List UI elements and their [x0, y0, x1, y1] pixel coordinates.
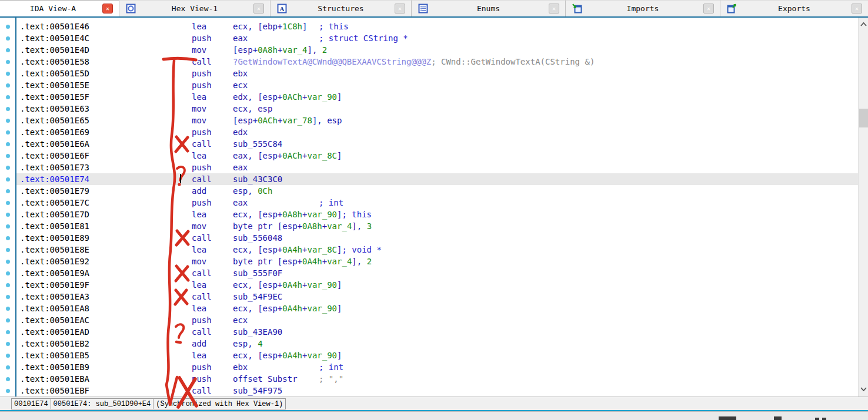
- gutter-dot: [6, 307, 10, 311]
- asm-line[interactable]: .text:00501E73pusheax: [16, 162, 858, 173]
- asm-line[interactable]: .text:00501EB2addesp, 4: [16, 338, 858, 350]
- gutter-dot: [6, 260, 10, 264]
- vertical-scrollbar[interactable]: [858, 18, 868, 397]
- status-sync-message: (Synchronized with Hex View-1): [153, 398, 286, 409]
- asm-line[interactable]: .text:00501EACpushecx: [16, 314, 858, 326]
- tab-ida-view-a[interactable]: IDA View-A ✕: [0, 0, 119, 16]
- asm-line[interactable]: .text:00501E74callsub_43C3C0: [16, 173, 858, 185]
- gutter-dot: [6, 177, 10, 182]
- structures-icon: A: [277, 4, 287, 14]
- asm-line[interactable]: .text:00501EA3callsub_54F9EC: [16, 291, 858, 303]
- asm-line[interactable]: .text:00501E9Acallsub_555F0F: [16, 267, 858, 279]
- gutter-dot: [6, 72, 10, 76]
- gutter-dot: [6, 154, 10, 158]
- status-offset: 00101E74: [11, 398, 51, 409]
- asm-line[interactable]: .text:00501EB9pushebx; int: [16, 361, 858, 373]
- taskbar-fragment: [774, 416, 782, 420]
- tab-structures[interactable]: A Structures ✕: [271, 0, 412, 16]
- asm-line[interactable]: .text:00501E5Epushecx: [16, 79, 858, 91]
- taskbar-fragment: [822, 418, 826, 420]
- close-icon[interactable]: ✕: [852, 4, 862, 14]
- close-icon[interactable]: ✕: [395, 4, 405, 14]
- tab-imports[interactable]: Imports ✕: [566, 0, 720, 16]
- gutter-dot: [6, 330, 10, 334]
- tab-label: Imports: [582, 4, 703, 13]
- tab-exports[interactable]: Exports ✕: [720, 0, 868, 16]
- scrollbar-thumb[interactable]: [859, 109, 868, 127]
- tab-enums[interactable]: Enums ✕: [412, 0, 566, 16]
- tab-label: Exports: [737, 4, 852, 13]
- asm-line[interactable]: .text:00501EB5leaecx, [esp+0A4h+var_90]: [16, 350, 858, 361]
- hex-view-icon: [126, 4, 136, 14]
- scroll-down-button[interactable]: [859, 384, 868, 394]
- exports-icon: [727, 4, 737, 14]
- asm-line[interactable]: .text:00501EBFcallsub_54F975: [16, 385, 858, 397]
- asm-line[interactable]: .text:00501E6Fleaeax, [esp+0ACh+var_8C]: [16, 150, 858, 162]
- close-icon[interactable]: ✕: [549, 4, 559, 14]
- gutter-dot: [6, 365, 10, 369]
- close-icon[interactable]: ✕: [253, 4, 264, 14]
- gutter-dot: [6, 295, 10, 299]
- gutter-dot: [6, 36, 10, 41]
- navigation-gutter: [0, 18, 16, 410]
- asm-line[interactable]: .text:00501E65mov[esp+0ACh+var_78], esp: [16, 115, 858, 126]
- tab-label: Structures: [287, 4, 395, 13]
- asm-line[interactable]: .text:00501E5Fleaedx, [esp+0ACh+var_90]: [16, 91, 858, 103]
- tab-label: Hex View-1: [136, 4, 253, 13]
- gutter-dot: [6, 107, 10, 111]
- tab-hex-view-1[interactable]: Hex View-1 ✕: [119, 0, 271, 16]
- asm-line[interactable]: .text:00501EADcallsub_43EA90: [16, 326, 858, 338]
- asm-line[interactable]: .text:00501E5Dpushebx: [16, 68, 858, 79]
- status-bar: 00101E74 00501E74: sub_501D90+E4 (Synchr…: [0, 397, 868, 410]
- asm-line[interactable]: .text:00501EA8leaecx, [esp+0A4h+var_90]: [16, 303, 858, 314]
- gutter-dot: [6, 95, 10, 99]
- gutter-dot: [6, 271, 10, 275]
- gutter-dot: [6, 166, 10, 170]
- gutter-dot: [6, 224, 10, 229]
- asm-line[interactable]: .text:00501E7Dleaecx, [esp+0A8h+var_90];…: [16, 209, 858, 220]
- gutter-dot: [6, 130, 10, 135]
- asm-line[interactable]: .text:00501E63movecx, esp: [16, 103, 858, 115]
- gutter-dot: [6, 119, 10, 123]
- tab-label: IDA View-A: [4, 4, 102, 13]
- gutter-dot: [6, 248, 10, 252]
- gutter-dot: [6, 236, 10, 240]
- gutter-dot: [6, 83, 10, 88]
- gutter-dot: [6, 142, 10, 146]
- gutter-dot: [6, 389, 10, 393]
- imports-icon: [572, 4, 582, 14]
- close-icon[interactable]: ✕: [102, 4, 113, 14]
- asm-line[interactable]: .text:00501E6Acallsub_555C84: [16, 138, 858, 150]
- asm-line[interactable]: .text:00501EBApushoffset Substr; ",": [16, 373, 858, 385]
- asm-line[interactable]: .text:00501E4Dmov[esp+0A8h+var_4], 2: [16, 44, 858, 56]
- scroll-up-button[interactable]: [859, 19, 868, 29]
- asm-line[interactable]: .text:00501E46leaecx, [ebp+1C8h]; this: [16, 21, 858, 32]
- tab-label: Enums: [428, 4, 549, 13]
- gutter-dot: [6, 201, 10, 205]
- gutter-dot: [6, 213, 10, 217]
- asm-line[interactable]: .text:00501E89callsub_556048: [16, 232, 858, 244]
- gutter-dot: [6, 25, 10, 29]
- svg-text:A: A: [280, 5, 285, 12]
- gutter-dot: [6, 189, 10, 193]
- asm-line[interactable]: .text:00501E58call?GetWindowTextA@CWnd@@…: [16, 56, 858, 68]
- asm-line[interactable]: .text:00501E8Eleaecx, [esp+0A4h+var_8C];…: [16, 244, 858, 256]
- gutter-dot: [6, 48, 10, 52]
- taskbar-fragment: [719, 416, 736, 420]
- asm-line[interactable]: .text:00501E7Cpusheax; int: [16, 197, 858, 209]
- gutter-dot: [6, 318, 10, 322]
- asm-line[interactable]: .text:00501E9Fleaecx, [esp+0A4h+var_90]: [16, 279, 858, 291]
- status-address-function: 00501E74: sub_501D90+E4: [51, 398, 153, 409]
- asm-line[interactable]: .text:00501E69pushedx: [16, 126, 858, 138]
- asm-line[interactable]: .text:00501E4Cpusheax; struct CString *: [16, 32, 858, 44]
- asm-line[interactable]: .text:00501E79addesp, 0Ch: [16, 185, 858, 197]
- close-icon[interactable]: ✕: [703, 4, 714, 14]
- disassembly-rows: .text:00501E46leaecx, [ebp+1C8h]; this.t…: [16, 21, 858, 397]
- gutter-dot: [6, 60, 10, 64]
- disassembly-pane: .text:00501E46leaecx, [ebp+1C8h]; this.t…: [0, 18, 868, 410]
- tab-bar: IDA View-A ✕ Hex View-1 ✕ A Structures ✕…: [0, 0, 868, 18]
- asm-line[interactable]: .text:00501E92movbyte ptr [esp+0A4h+var_…: [16, 256, 858, 267]
- gutter-dot: [6, 377, 10, 381]
- asm-line[interactable]: .text:00501E81movbyte ptr [esp+0A8h+var_…: [16, 220, 858, 232]
- gutter-dot: [6, 342, 10, 346]
